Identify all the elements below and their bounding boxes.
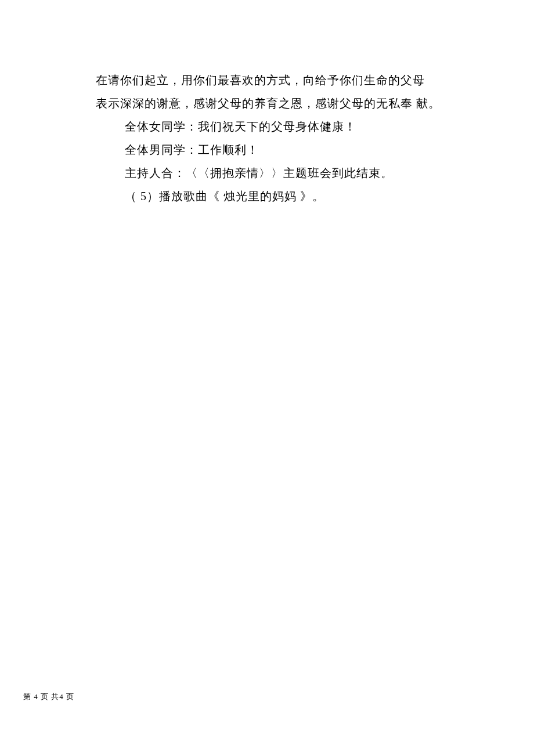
page-footer: 第 4 页 共4 页	[23, 692, 74, 702]
paragraph-line: 在请你们起立，用你们最喜欢的方式，向给予你们生命的父母	[96, 68, 461, 92]
paragraph-line: （ 5）播放歌曲《 烛光里的妈妈 》。	[96, 185, 461, 208]
document-content: 在请你们起立，用你们最喜欢的方式，向给予你们生命的父母 表示深深的谢意，感谢父母…	[0, 0, 534, 208]
paragraph-line: 主持人合：〈〈拥抱亲情〉〉主题班会到此结束。	[96, 161, 461, 185]
paragraph-line: 表示深深的谢意，感谢父母的养育之恩，感谢父母的无私奉 献。	[96, 92, 461, 115]
paragraph-line: 全体女同学：我们祝天下的父母身体健康！	[96, 115, 461, 138]
paragraph-line: 全体男同学：工作顺利！	[96, 138, 461, 161]
